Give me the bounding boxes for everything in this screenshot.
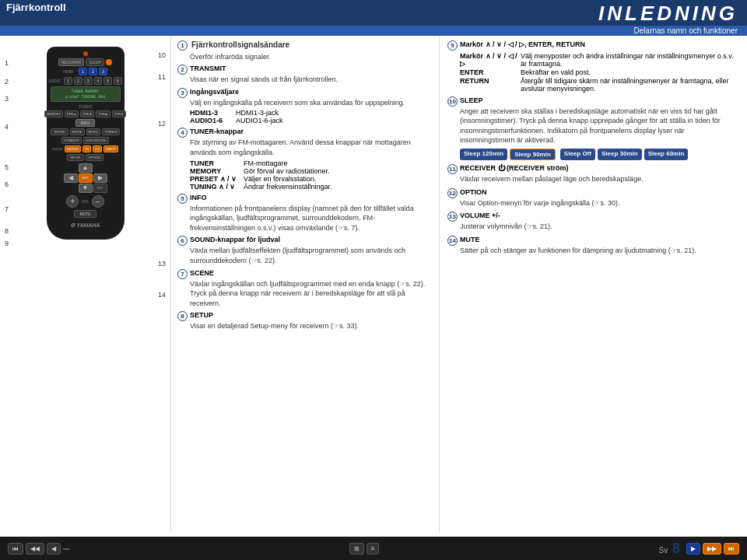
preset-down-button[interactable]: PRE▼ xyxy=(80,110,94,117)
dpad-empty-tr xyxy=(93,163,107,173)
dpad-empty-tl xyxy=(64,163,78,173)
header-title: INLEDNING xyxy=(0,0,747,26)
sleep-button[interactable]: SLEEP xyxy=(86,58,104,66)
label-12: 12 xyxy=(158,120,166,128)
footer-btn-prev[interactable]: ◀ xyxy=(47,543,61,555)
footer-btn-rewind[interactable]: ◀◀ xyxy=(26,543,44,555)
hdmi1-button[interactable]: 1 xyxy=(79,68,87,75)
dpad-enter[interactable]: ENT xyxy=(79,173,93,183)
audio3-button[interactable]: 3 xyxy=(84,77,93,85)
audio-label: AUDIO xyxy=(48,79,62,83)
sleep-box-off: Sleep Off xyxy=(560,149,595,160)
sound-button[interactable]: SOUND xyxy=(51,128,68,135)
audio2-button[interactable]: 2 xyxy=(74,77,82,85)
item-11: 11 RECEIVER ⏻ (RECEIVER ström) Växlar re… xyxy=(447,164,739,184)
page-indicator: Sv 8 xyxy=(659,541,680,557)
item-14: 14 MUTE Sätter på och stänger av funktio… xyxy=(447,236,739,256)
right-section: 9 Markör ∧ / ∨ / ◁ / ▷, ENTER, RETURN Ma… xyxy=(440,36,747,534)
sur-decode-button[interactable]: SUR.DECODE xyxy=(83,137,109,144)
label-1: 1 xyxy=(5,59,9,67)
label-4: 4 xyxy=(5,123,9,131)
tuning-up-button[interactable]: TUN▲ xyxy=(96,110,110,117)
return-button[interactable]: RET xyxy=(93,184,107,193)
footer-center: ⊞ ≡ xyxy=(349,543,380,555)
label-11: 11 xyxy=(158,73,166,81)
label-8: 8 xyxy=(5,227,9,235)
power-led xyxy=(106,59,112,65)
hdmi-label: HDMI xyxy=(63,69,77,74)
mute-button[interactable]: MUTE xyxy=(74,210,96,218)
audio4-button[interactable]: 4 xyxy=(94,77,103,85)
item-6: 6 SOUND-knappar för ljudval Växla mellan… xyxy=(177,236,433,265)
footer-btn-grid[interactable]: ⊞ xyxy=(349,543,364,555)
tuning-down-button[interactable]: TUN▼ xyxy=(112,110,126,117)
volume-minus-button[interactable]: – xyxy=(92,195,104,208)
receiver-button[interactable]: RECEIVER xyxy=(58,58,85,66)
footer-nav-left: ⏮ ◀◀ ◀ ••• xyxy=(8,543,69,555)
memory-button[interactable]: MEMORY xyxy=(44,110,63,117)
bd-dvd-button[interactable]: BD/DVD xyxy=(65,145,81,152)
dpad-down[interactable]: ▼ xyxy=(79,184,93,193)
label-14: 14 xyxy=(158,291,166,299)
volume-plus-button[interactable]: + xyxy=(66,195,79,208)
footer: ⏮ ◀◀ ◀ ••• ⊞ ≡ Sv 8 ▶ ▶▶ ⏭ xyxy=(0,537,747,560)
footer-nav-right: Sv 8 ▶ ▶▶ ⏭ xyxy=(659,541,739,557)
label-2: 2 xyxy=(5,78,9,86)
header-bar: INLEDNING Delarnas namn och funktioner F… xyxy=(0,0,747,36)
movie-button[interactable]: MOVIE xyxy=(70,128,85,135)
item-5: 5 INFO Informationen på frontpanelens di… xyxy=(177,194,433,233)
dpad-left[interactable]: ◀ xyxy=(64,173,78,183)
item-1: 1 Fjärrkontrollsignalsändare Överför inf… xyxy=(177,40,433,62)
footer-btn-fast-forward[interactable]: ▶▶ xyxy=(703,543,721,555)
radio-button[interactable]: RADIO xyxy=(103,145,118,152)
footer-dots: ••• xyxy=(63,545,69,552)
item-13: 13 VOLUME +/- Justerar volymnivån (☞s. 2… xyxy=(447,212,739,232)
dpad-up[interactable]: ▲ xyxy=(79,163,93,173)
label-13: 13 xyxy=(158,260,166,268)
footer-btn-prev-chapter[interactable]: ⏮ xyxy=(8,543,23,555)
volume-label: VOL xyxy=(81,199,89,204)
sleep-box-30: Sleep 30min xyxy=(598,149,642,160)
item-4: 4 TUNER-knappar För styrning av FM-motta… xyxy=(177,128,433,190)
stereo-button[interactable]: STEREO xyxy=(102,128,119,135)
setup-button[interactable]: SETUP xyxy=(67,154,83,161)
scene-label: SCENE xyxy=(52,147,63,151)
sleep-box-120: Sleep 120min xyxy=(460,149,507,160)
transmit-indicator xyxy=(83,51,88,56)
item-12: 12 OPTION Visar Option-menyn för varje i… xyxy=(447,188,739,208)
page-title: Fjärrkontroll xyxy=(6,2,66,13)
item-7: 7 SCENE Växlar ingångskällan och ljudfäl… xyxy=(177,269,433,309)
footer-btn-list[interactable]: ≡ xyxy=(366,543,380,555)
hdmi3-button[interactable]: 3 xyxy=(99,68,107,75)
audio5-button[interactable]: 5 xyxy=(103,77,112,85)
remote-section: 1 2 3 4 5 6 7 8 9 10 11 12 13 14 RECEIVE… xyxy=(0,36,171,534)
tuner-label: TUNER xyxy=(51,104,121,109)
straight-button[interactable]: STRAIGHT xyxy=(61,137,82,144)
tv-button[interactable]: TV xyxy=(82,145,91,152)
audio6-button[interactable]: 6 xyxy=(114,77,122,85)
label-7: 7 xyxy=(5,205,9,213)
item-10: 10 SLEEP Anger att receivern ska ställas… xyxy=(447,96,739,160)
header-subtitle: Delarnas namn och funktioner xyxy=(0,26,747,36)
option-button[interactable]: OPTION xyxy=(86,154,103,161)
sleep-box-60: Sleep 60min xyxy=(644,149,689,160)
item-3: 3 Ingångsväljare Välj en ingångskälla på… xyxy=(177,88,433,125)
footer-btn-next[interactable]: ▶ xyxy=(686,543,700,555)
music-button[interactable]: MUSIC xyxy=(86,128,101,135)
info-button[interactable]: INFO xyxy=(75,119,96,127)
cd-button[interactable]: CD xyxy=(93,145,102,152)
footer-btn-next-chapter[interactable]: ⏭ xyxy=(724,543,739,555)
yamaha-logo: ⚙ YAMAHA xyxy=(51,222,121,229)
dpad-right[interactable]: ▶ xyxy=(93,173,107,183)
hdmi2-button[interactable]: 2 xyxy=(89,68,97,75)
label-5: 5 xyxy=(5,163,9,171)
preset-up-button[interactable]: PRE▲ xyxy=(65,110,79,117)
page-number: 8 xyxy=(672,541,680,556)
label-6: 6 xyxy=(5,180,9,188)
middle-section: 1 Fjärrkontrollsignalsändare Överför inf… xyxy=(171,36,440,534)
label-9: 9 xyxy=(5,240,9,247)
label-10: 10 xyxy=(158,51,166,59)
audio1-button[interactable]: 1 xyxy=(64,77,72,85)
dpad-empty-bl xyxy=(64,184,78,193)
tuner-display: TUNER MeMORY preSeT TUNING 464 xyxy=(51,86,121,102)
